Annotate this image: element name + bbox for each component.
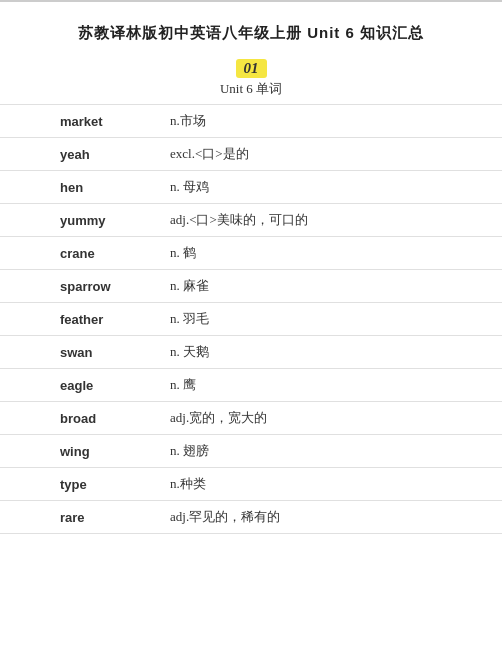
vocab-chinese: adj.宽的，宽大的 <box>160 409 502 427</box>
vocab-english: type <box>0 477 160 492</box>
vocab-row: eaglen. 鹰 <box>0 368 502 401</box>
vocab-table: marketn.市场yeahexcl.<口>是的henn. 母鸡yummyadj… <box>0 104 502 534</box>
vocab-english: yummy <box>0 213 160 228</box>
vocab-english: broad <box>0 411 160 426</box>
vocab-chinese: adj.罕见的，稀有的 <box>160 508 502 526</box>
vocab-chinese: n. 翅膀 <box>160 442 502 460</box>
vocab-row: broadadj.宽的，宽大的 <box>0 401 502 434</box>
vocab-chinese: n. 麻雀 <box>160 277 502 295</box>
vocab-english: eagle <box>0 378 160 393</box>
vocab-chinese: n. 鹤 <box>160 244 502 262</box>
vocab-english: wing <box>0 444 160 459</box>
section-subtitle: Unit 6 单词 <box>0 80 502 98</box>
vocab-row: wingn. 翅膀 <box>0 434 502 467</box>
vocab-english: hen <box>0 180 160 195</box>
vocab-chinese: excl.<口>是的 <box>160 145 502 163</box>
vocab-row: sparrown. 麻雀 <box>0 269 502 302</box>
vocab-english: crane <box>0 246 160 261</box>
vocab-english: market <box>0 114 160 129</box>
page-title: 苏教译林版初中英语八年级上册 Unit 6 知识汇总 <box>0 2 502 59</box>
section-header: 01 Unit 6 单词 <box>0 59 502 98</box>
vocab-chinese: n.种类 <box>160 475 502 493</box>
vocab-english: rare <box>0 510 160 525</box>
vocab-english: sparrow <box>0 279 160 294</box>
vocab-row: feathern. 羽毛 <box>0 302 502 335</box>
vocab-chinese: n. 母鸡 <box>160 178 502 196</box>
vocab-chinese: n. 鹰 <box>160 376 502 394</box>
vocab-chinese: n. 天鹅 <box>160 343 502 361</box>
vocab-row: cranen. 鹤 <box>0 236 502 269</box>
vocab-english: yeah <box>0 147 160 162</box>
vocab-row: rareadj.罕见的，稀有的 <box>0 500 502 534</box>
vocab-row: marketn.市场 <box>0 104 502 137</box>
vocab-row: typen.种类 <box>0 467 502 500</box>
vocab-row: swann. 天鹅 <box>0 335 502 368</box>
vocab-chinese: n.市场 <box>160 112 502 130</box>
vocab-english: feather <box>0 312 160 327</box>
vocab-chinese: adj.<口>美味的，可口的 <box>160 211 502 229</box>
vocab-row: yummyadj.<口>美味的，可口的 <box>0 203 502 236</box>
section-number: 01 <box>236 59 267 78</box>
vocab-english: swan <box>0 345 160 360</box>
vocab-row: yeahexcl.<口>是的 <box>0 137 502 170</box>
vocab-chinese: n. 羽毛 <box>160 310 502 328</box>
vocab-row: henn. 母鸡 <box>0 170 502 203</box>
